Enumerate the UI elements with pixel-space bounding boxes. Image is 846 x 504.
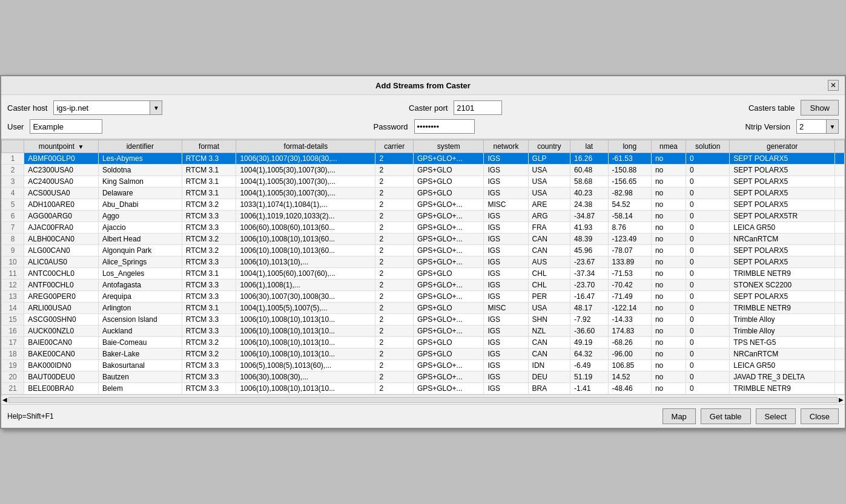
cell-solution: 0: [686, 326, 730, 337]
scroll-left-icon[interactable]: ◀: [2, 396, 7, 403]
scroll-right-icon[interactable]: ▶: [839, 396, 844, 403]
col-header-lat[interactable]: lat: [570, 140, 608, 153]
cell-mountpoint: BAK000IDN0: [24, 360, 99, 371]
form-row-1: Caster host igs-ip.net ▼ Caster port Cas…: [7, 100, 839, 116]
cell-nmea: no: [651, 326, 686, 337]
get-table-button[interactable]: Get table: [701, 408, 751, 424]
col-header-solution[interactable]: solution: [686, 140, 730, 153]
cell-network: IGS: [484, 314, 528, 326]
table-row[interactable]: 16AUCK00NZL0AucklandRTCM 3.31006(10),100…: [2, 326, 845, 337]
table-row[interactable]: 6AGG00ARG0AggoRTCM 3.31006(1),1019,1020,…: [2, 211, 845, 222]
ntrip-version-dropdown-icon[interactable]: ▼: [827, 119, 839, 134]
table-row[interactable]: 5ADH100ARE0Abu_DhabiRTCM 3.21033(1),1074…: [2, 199, 845, 211]
table-row[interactable]: 20BAUT00DEU0BautzenRTCM 3.31006(30),1008…: [2, 371, 845, 383]
show-button[interactable]: Show: [801, 100, 839, 116]
col-header-format[interactable]: format: [182, 140, 236, 153]
table-row[interactable]: 12ANTF00CHL0AntofagastaRTCM 3.31006(1),1…: [2, 280, 845, 291]
cell-identifier: Bautzen: [98, 371, 182, 383]
table-row[interactable]: 7AJAC00FRA0AjaccioRTCM 3.31006(60),1008(…: [2, 222, 845, 234]
cell-format: RTCM 3.3: [182, 291, 236, 303]
table-row[interactable]: 18BAKE00CAN0Baker-LakeRTCM 3.21006(10),1…: [2, 349, 845, 360]
col-header-format-details[interactable]: format-details: [236, 140, 375, 153]
cell-carrier: 2: [375, 211, 413, 222]
cell-network: IGS: [484, 211, 528, 222]
cell-long: -156.65: [608, 176, 651, 188]
cell-nmea: no: [651, 234, 686, 245]
cell-solution: 0: [686, 280, 730, 291]
col-header-system[interactable]: system: [413, 140, 484, 153]
col-header-identifier[interactable]: identifier: [98, 140, 182, 153]
col-header-long[interactable]: long: [608, 140, 651, 153]
cell-carrier: 2: [375, 371, 413, 383]
col-header-carrier[interactable]: carrier: [375, 140, 413, 153]
cell-identifier: Belem: [98, 383, 182, 394]
table-row[interactable]: 10ALIC0AUS0Alice_SpringsRTCM 3.31006(10)…: [2, 257, 845, 268]
cell-solution: 0: [686, 337, 730, 349]
cell-network: IGS: [484, 371, 528, 383]
table-row[interactable]: 15ASCG00SHN0Ascension IslandRTCM 3.31006…: [2, 314, 845, 326]
cell-long: -61.53: [608, 153, 651, 165]
user-input[interactable]: [30, 119, 102, 134]
table-row[interactable]: 3AC2400USA0King SalmonRTCM 3.11004(1),10…: [2, 176, 845, 188]
form-row-2: User Password Ntrip Version 2 1 ▼: [7, 119, 839, 134]
cell-long: -14.33: [608, 314, 651, 326]
close-icon[interactable]: ✕: [828, 80, 839, 91]
cell-num: 13: [2, 291, 24, 303]
table-row[interactable]: 19BAK000IDN0BakosurtanalRTCM 3.31006(5),…: [2, 360, 845, 371]
cell-generator: SEPT POLARX5: [730, 291, 835, 303]
cell-lat: 48.17: [570, 303, 608, 314]
cell-format: RTCM 3.2: [182, 199, 236, 211]
table-row[interactable]: 13AREG00PER0ArequipaRTCM 3.31006(30),100…: [2, 291, 845, 303]
cell-num: 16: [2, 326, 24, 337]
cell-carrier: 2: [375, 360, 413, 371]
col-header-network[interactable]: network: [484, 140, 528, 153]
cell-format_details: 1033(1),1074(1),1084(1),...: [236, 199, 375, 211]
cell-identifier: Albert Head: [98, 234, 182, 245]
close-button[interactable]: Close: [801, 408, 839, 424]
cell-nmea: no: [651, 303, 686, 314]
cell-scroll: [835, 280, 845, 291]
col-header-country[interactable]: country: [528, 140, 570, 153]
cell-format: RTCM 3.3: [182, 360, 236, 371]
cell-format: RTCM 3.2: [182, 245, 236, 257]
cell-long: 54.52: [608, 199, 651, 211]
table-row[interactable]: 17BAIE00CAN0Baie-ComeauRTCM 3.21006(10),…: [2, 337, 845, 349]
user-label: User: [7, 122, 24, 131]
cell-country: DEU: [528, 371, 570, 383]
cell-format: RTCM 3.3: [182, 211, 236, 222]
ntrip-version-select[interactable]: 2 1: [796, 119, 827, 134]
cell-long: -123.49: [608, 234, 651, 245]
horizontal-scrollbar[interactable]: ◀ ▶: [1, 394, 845, 404]
table-row[interactable]: 2AC2300USA0SoldotnaRTCM 3.11004(1),1005(…: [2, 165, 845, 176]
select-button[interactable]: Select: [756, 408, 796, 424]
table-row[interactable]: 11ANTC00CHL0Los_AngelesRTCM 3.11004(1),1…: [2, 268, 845, 280]
caster-port-input[interactable]: [454, 100, 502, 115]
col-header-nmea[interactable]: nmea: [651, 140, 686, 153]
password-input[interactable]: [414, 119, 475, 134]
cell-format_details: 1006(1),1019,1020,1033(2)...: [236, 211, 375, 222]
caster-host-select[interactable]: igs-ip.net: [53, 100, 150, 115]
cell-scroll: [835, 268, 845, 280]
cell-country: CAN: [528, 337, 570, 349]
cell-long: -122.14: [608, 303, 651, 314]
streams-table-container[interactable]: mountpoint ▼ identifier format format-de…: [1, 139, 845, 405]
col-header-mountpoint[interactable]: mountpoint ▼: [24, 140, 99, 153]
cell-identifier: Baie-Comeau: [98, 337, 182, 349]
table-row[interactable]: 1ABMF00GLP0Les-AbymesRTCM 3.31006(30),10…: [2, 153, 845, 165]
cell-format: RTCM 3.3: [182, 153, 236, 165]
cell-mountpoint: ALIC0AUS0: [24, 257, 99, 268]
table-row[interactable]: 9ALG00CAN0Algonquin ParkRTCM 3.21006(10)…: [2, 245, 845, 257]
cell-scroll: [835, 291, 845, 303]
cell-lat: 58.68: [570, 176, 608, 188]
cell-lat: -7.92: [570, 314, 608, 326]
table-row[interactable]: 8ALBH00CAN0Albert HeadRTCM 3.21006(10),1…: [2, 234, 845, 245]
col-header-generator[interactable]: generator: [730, 140, 835, 153]
cell-identifier: Abu_Dhabi: [98, 199, 182, 211]
table-row[interactable]: 21BELE00BRA0BelemRTCM 3.31006(10),1008(1…: [2, 383, 845, 394]
table-row[interactable]: 4ACS00USA0DelawareRTCM 3.11004(1),1005(3…: [2, 188, 845, 199]
cell-country: ARE: [528, 199, 570, 211]
map-button[interactable]: Map: [663, 408, 696, 424]
caster-host-dropdown-icon[interactable]: ▼: [150, 100, 162, 115]
table-row[interactable]: 14ARLI00USA0ArlingtonRTCM 3.11004(1),100…: [2, 303, 845, 314]
cell-solution: 0: [686, 257, 730, 268]
